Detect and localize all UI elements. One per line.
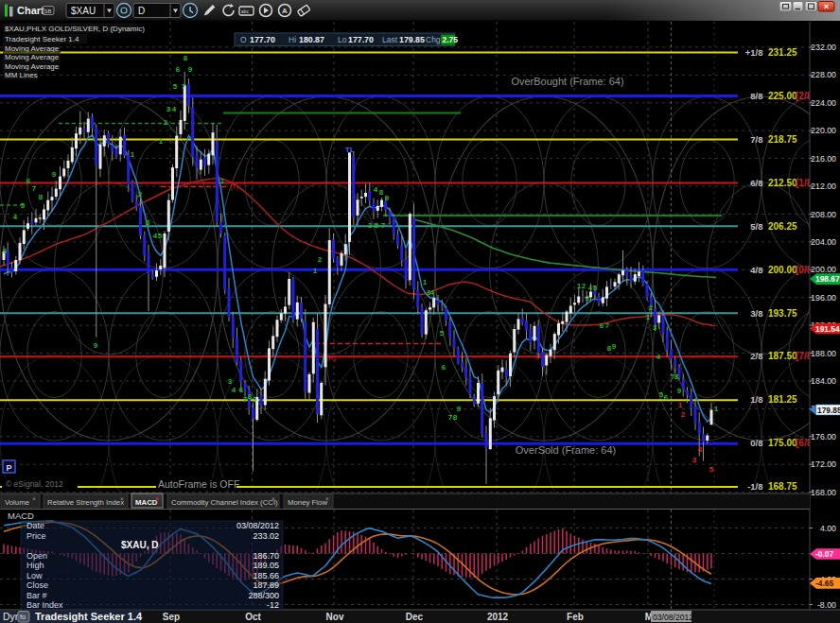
svg-text:Dec: Dec [406,612,424,622]
svg-text:4: 4 [172,105,177,113]
svg-text:176.00: 176.00 [811,432,836,441]
svg-text:Moving Average: Moving Average [5,53,60,61]
svg-text:208.00: 208.00 [811,210,836,219]
svg-text:-4.65: -4.65 [815,579,833,588]
svg-text:172.00: 172.00 [811,459,836,469]
svg-text:1: 1 [220,177,225,185]
svg-text:4: 4 [374,185,378,194]
svg-text:A: A [282,7,288,15]
svg-text:1: 1 [131,150,135,159]
svg-text:×: × [155,495,159,502]
svg-text:8: 8 [453,413,458,422]
svg-text:6: 6 [664,393,669,402]
svg-text:200.00: 200.00 [811,265,836,274]
svg-text:2: 2 [681,410,686,419]
svg-text:2012: 2012 [487,612,509,622]
svg-text:$XAU, D: $XAU, D [121,540,158,550]
svg-text:Tradesight Seeker 1.4: Tradesight Seeker 1.4 [35,611,143,622]
svg-text:184.00: 184.00 [811,376,836,386]
svg-text:$XAU: $XAU [71,6,96,16]
svg-text:3: 3 [368,221,373,230]
svg-text:fo: fo [20,613,26,621]
svg-text:5: 5 [158,232,163,240]
svg-text:Moving Average: Moving Average [5,62,60,71]
svg-text:188.00: 188.00 [811,349,836,358]
svg-text:8/8: 8/8 [750,91,762,101]
svg-text:288/300: 288/300 [248,591,279,600]
svg-text:2: 2 [649,303,654,312]
svg-text:5/8: 5/8 [750,221,762,232]
svg-text:180.87: 180.87 [299,35,324,44]
svg-text:187.89: 187.89 [253,580,279,590]
svg-text:9: 9 [612,342,617,351]
svg-text:212.50: 212.50 [768,178,797,188]
svg-text:7: 7 [605,321,610,330]
svg-text:3: 3 [653,323,657,332]
svg-text:5: 5 [375,221,379,230]
svg-text:2.75: 2.75 [443,35,459,44]
svg-text:MACD: MACD [8,511,34,521]
svg-text:3: 3 [228,377,233,386]
svg-text:216.00: 216.00 [811,154,836,164]
svg-text:232.00: 232.00 [811,43,836,52]
svg-text:TL: TL [345,146,355,154]
svg-text:5: 5 [173,82,178,91]
svg-text:204.00: 204.00 [811,237,836,247]
svg-text:-12: -12 [267,600,279,610]
svg-text:Date: Date [26,521,44,530]
svg-text:191.54: 191.54 [815,324,840,334]
svg-text:Relative Strength Index: Relative Strength Index [47,498,124,507]
svg-text:Last: Last [382,35,398,44]
svg-text:Bar Index: Bar Index [26,600,63,610]
svg-text:+1/8: +1/8 [745,47,763,58]
svg-text:Price: Price [26,531,46,541]
svg-text:3/8: 3/8 [750,308,762,319]
svg-text:1: 1 [423,278,428,286]
svg-text:9: 9 [677,387,682,395]
svg-text:© eSignal, 2012: © eSignal, 2012 [6,479,63,489]
svg-text:212.00: 212.00 [811,182,836,191]
svg-text:6/8: 6/8 [750,178,762,188]
svg-text:206.25: 206.25 [768,221,797,232]
svg-text:P: P [6,463,11,473]
svg-text:Close: Close [26,580,48,590]
svg-text:3: 3 [692,456,697,464]
svg-text:168.75: 168.75 [768,481,797,492]
svg-text:×: × [824,1,830,11]
svg-text:Nov: Nov [326,612,344,622]
svg-text:OverBought (Frame: 64): OverBought (Frame: 64) [511,76,623,87]
svg-text:-8.00: -8.00 [817,600,836,610]
svg-text:4: 4 [656,353,661,361]
svg-text:abc: abc [241,9,250,14]
svg-text:1: 1 [646,313,651,321]
svg-text:1: 1 [714,405,719,413]
svg-text:3: 3 [586,294,590,303]
svg-text:0/8: 0/8 [750,438,762,448]
svg-text:1: 1 [678,401,683,409]
svg-text:225.00: 225.00 [768,91,797,101]
svg-text:9: 9 [385,194,390,202]
svg-text:233.02: 233.02 [253,531,279,541]
svg-text:Moving Average: Moving Average [5,44,60,53]
svg-text:Chg: Chg [426,35,441,44]
svg-text:1/8: 1/8 [750,394,762,405]
svg-text:9: 9 [253,395,257,404]
svg-text:179.85: 179.85 [817,406,840,415]
svg-text:D: D [138,6,145,16]
svg-text:4/8: 4/8 [750,265,762,275]
svg-text:175.00: 175.00 [768,438,797,448]
svg-text:Low: Low [26,571,43,580]
svg-text:5: 5 [440,329,445,337]
svg-text:185.66: 185.66 [253,571,279,580]
svg-text:9: 9 [188,65,193,74]
svg-text:6: 6 [442,363,446,372]
svg-text:179.85: 179.85 [399,35,425,44]
svg-text:189.05: 189.05 [253,561,279,570]
svg-text:9: 9 [457,405,462,413]
svg-text:Volume: Volume [5,498,29,507]
svg-text:224.00: 224.00 [811,98,836,108]
svg-text:9: 9 [52,170,57,179]
svg-text:2: 2 [318,255,323,264]
svg-text:Lo: Lo [338,35,347,44]
svg-text:AutoFrame is OFF: AutoFrame is OFF [158,478,239,490]
